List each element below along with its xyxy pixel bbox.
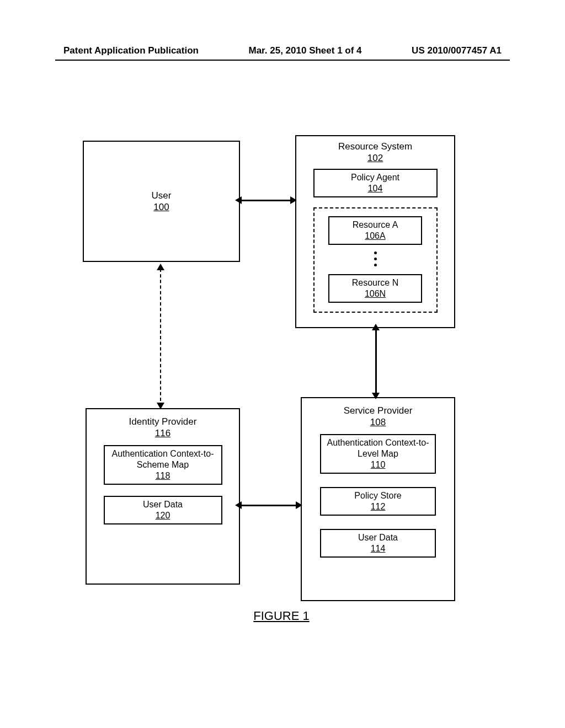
idp-auth-map-box: Authentication Context-to-Scheme Map 118 [104,445,222,485]
resource-system-box: Resource System 102 Policy Agent 104 Res… [295,135,455,328]
policy-agent-box: Policy Agent 104 [313,169,438,197]
vertical-ellipsis-icon [374,251,377,266]
arrow-user-resource [240,200,295,201]
header-left: Patent Application Publication [63,45,199,56]
user-label: User 100 [152,190,172,213]
arrow-user-idp-dashed [160,269,161,401]
page-header: Patent Application Publication Mar. 25, … [0,45,565,60]
arrowhead-icon [235,196,242,204]
header-center: Mar. 25, 2010 Sheet 1 of 4 [249,45,362,56]
service-provider-label: Service Provider 108 [344,405,413,429]
arrowhead-icon [290,196,297,204]
header-right: US 2010/0077457 A1 [412,45,502,56]
diagram: User 100 Resource System 102 Policy Agen… [83,132,480,618]
sp-policy-store-box: Policy Store 112 [320,487,436,516]
arrowhead-icon [157,403,164,409]
header-rule [55,60,510,61]
sp-auth-map-box: Authentication Context-to-Level Map 110 [320,434,436,474]
arrowhead-icon [296,501,302,509]
resource-system-label: Resource System 102 [338,141,412,164]
resource-n-box: Resource N 106N [328,274,422,303]
resource-a-box: Resource A 106A [328,216,422,245]
resources-group: Resource A 106A Resource N 106N [313,207,438,313]
arrow-resource-service [375,328,377,397]
identity-provider-box: Identity Provider 116 Authentication Con… [86,408,240,585]
idp-user-data-box: User Data 120 [104,496,222,524]
user-box: User 100 [83,141,240,262]
arrowhead-icon [372,324,380,330]
figure-caption: FIGURE 1 [83,609,480,623]
service-provider-box: Service Provider 108 Authentication Cont… [301,397,455,601]
arrow-idp-sp [240,505,301,506]
arrowhead-icon [157,264,164,270]
sp-user-data-box: User Data 114 [320,529,436,558]
identity-provider-label: Identity Provider 116 [129,416,197,440]
arrowhead-icon [372,393,380,399]
arrowhead-icon [235,501,242,509]
